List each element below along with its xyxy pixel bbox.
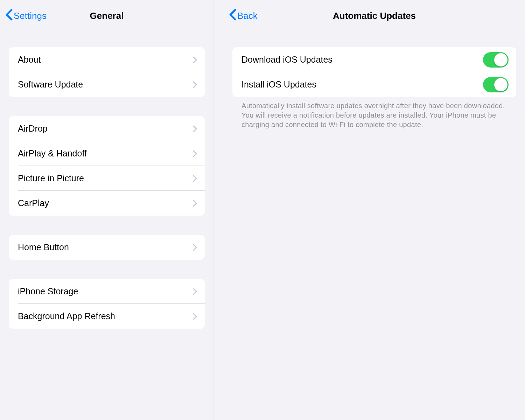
row-label: Install iOS Updates [241,79,316,90]
chevron-left-icon [5,9,13,23]
back-button-right[interactable]: Back [229,9,258,23]
chevron-right-icon [193,150,197,157]
section-airdrop: AirDrop AirPlay & Handoff Picture in Pic… [9,116,205,216]
toggle-install-ios-updates[interactable] [483,77,509,92]
section-home-button: Home Button [9,235,205,260]
row-label: AirPlay & Handoff [18,148,87,159]
row-label: Software Update [18,79,83,90]
row-iphone-storage[interactable]: iPhone Storage [9,279,205,304]
row-label: Home Button [18,242,69,252]
nav-bar-left: Settings General [0,0,214,31]
chevron-right-icon [193,244,197,251]
chevron-left-icon [229,9,237,23]
chevron-right-icon [193,175,197,182]
chevron-right-icon [193,313,197,320]
row-install-ios-updates[interactable]: Install iOS Updates [232,72,516,97]
row-airdrop[interactable]: AirDrop [9,116,205,141]
back-button-left[interactable]: Settings [5,9,47,23]
row-background-app-refresh[interactable]: Background App Refresh [9,304,205,329]
page-title-right: Automatic Updates [333,10,416,21]
row-label: Download iOS Updates [241,55,332,65]
chevron-right-icon [193,125,197,132]
section-storage: iPhone Storage Background App Refresh [9,279,205,329]
back-label-right: Back [237,10,258,21]
row-label: About [18,55,41,65]
toggle-download-ios-updates[interactable] [483,52,509,68]
row-airplay-handoff[interactable]: AirPlay & Handoff [9,141,205,166]
page-title-left: General [90,10,124,21]
row-carplay[interactable]: CarPlay [9,191,205,216]
row-label: AirDrop [18,124,48,134]
nav-bar-right: Back Automatic Updates [224,0,525,31]
back-label-left: Settings [14,10,47,21]
row-label: CarPlay [18,198,49,208]
chevron-right-icon [193,56,197,63]
section-about: About Software Update [9,47,205,97]
row-label: Background App Refresh [18,311,115,321]
chevron-right-icon [193,81,197,88]
section-footer-text: Automatically install software updates o… [232,97,516,130]
row-download-ios-updates[interactable]: Download iOS Updates [232,47,516,72]
row-about[interactable]: About [9,47,205,72]
chevron-right-icon [193,288,197,295]
section-auto-updates: Download iOS Updates Install iOS Updates [232,47,516,97]
row-label: Picture in Picture [18,173,84,183]
row-home-button[interactable]: Home Button [9,235,205,260]
chevron-right-icon [193,200,197,207]
row-picture-in-picture[interactable]: Picture in Picture [9,166,205,191]
row-software-update[interactable]: Software Update [9,72,205,97]
row-label: iPhone Storage [18,286,78,296]
